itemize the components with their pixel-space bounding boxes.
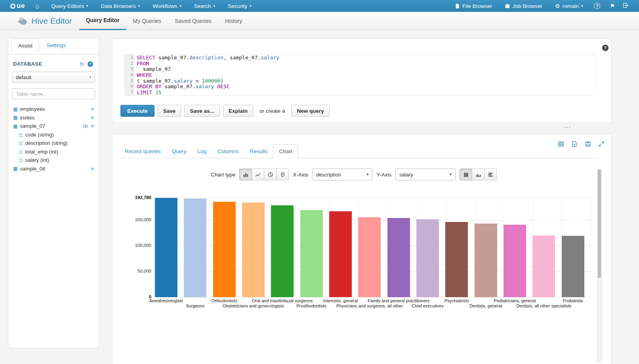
chart-type-line-button[interactable] [252, 169, 264, 180]
bars-stacked-button[interactable] [472, 169, 484, 180]
user-menu[interactable]: ⚙ romain ▾ [549, 0, 589, 12]
save-as-button[interactable]: Save as... [184, 105, 220, 117]
sql-token: sample_07. [162, 83, 196, 89]
chart-type-bars-button[interactable] [239, 169, 252, 180]
scrollbar-thumb[interactable] [598, 170, 601, 278]
help-icon[interactable]: ? [594, 3, 600, 9]
bar-psychiatrists[interactable] [445, 222, 468, 297]
new-query-button[interactable]: New query [291, 105, 329, 117]
file-browser-link[interactable]: File Browser [448, 0, 498, 12]
nav-menu-workflows[interactable]: Workflows▾ [146, 0, 188, 12]
list-icon[interactable]: ≡ [91, 166, 94, 171]
assist-help-icon[interactable]: ? [88, 61, 93, 67]
download-xls-icon[interactable] [558, 141, 564, 147]
bar-oral-and-maxillofacial-surgeons[interactable] [271, 205, 294, 297]
sign-out-icon[interactable] [623, 2, 629, 10]
sql-token: , sample_07. [223, 55, 261, 61]
bar-obstetricians-and-gynecologists[interactable] [242, 203, 265, 297]
column-row[interactable]: ◫description (string) [13, 139, 94, 148]
results-tab-recent-queries[interactable]: Recent queries [119, 145, 166, 158]
bars-grouped-button[interactable] [460, 169, 472, 180]
bar-orthodontists[interactable] [213, 202, 236, 297]
bar-prosthodontists[interactable] [300, 210, 323, 297]
tab-history[interactable]: History [218, 12, 249, 30]
editor-code[interactable]: SELECT sample_07.description, sample_07.… [135, 55, 595, 95]
or-create-text: or create a [259, 108, 285, 114]
bar-chief-executives[interactable] [416, 219, 439, 297]
bar-internists-general[interactable] [329, 211, 352, 298]
nav-menu-data-browsers[interactable]: Data Browsers▾ [94, 0, 146, 12]
table-icon: ▦ [13, 115, 17, 120]
home-icon[interactable]: ⌂ [35, 3, 39, 9]
column-row[interactable]: ◫code (string) [13, 131, 94, 139]
results-tab-query[interactable]: Query [166, 145, 192, 158]
bar-pediatricians-general[interactable] [504, 225, 526, 297]
chart-type-map-button[interactable] [276, 169, 289, 180]
results-tab-log[interactable]: Log [192, 145, 212, 158]
scrollbar[interactable] [597, 169, 602, 363]
bar-physicians-and-surgeons-all-other[interactable] [358, 217, 381, 297]
column-row[interactable]: ◫salary (int) [13, 156, 94, 165]
tab-assist[interactable]: Assist [11, 39, 39, 53]
nav-menu-query-editors[interactable]: Query Editors▾ [45, 0, 94, 12]
app-title[interactable]: Hive Editor [31, 16, 72, 26]
table-row[interactable]: ▦employees≡ [13, 105, 94, 114]
table-row[interactable]: ▦sample_07≡ [13, 122, 94, 131]
line-number: 7 [125, 90, 133, 96]
nav-menu-search[interactable]: Search▾ [188, 0, 221, 12]
map-marker-icon [280, 172, 286, 178]
bar-podiatrists[interactable] [562, 236, 584, 297]
bars-horizontal-button[interactable] [484, 169, 497, 180]
y-axis-select[interactable]: salary ▾ [395, 169, 456, 180]
tab-my-queries[interactable]: My Queries [126, 12, 168, 30]
panel-resize-grip[interactable]: ··· [564, 124, 571, 131]
flag-icon[interactable]: ⚑ [610, 3, 615, 9]
editor-help-icon[interactable]: ? [602, 45, 608, 51]
bar-dentists-general[interactable] [475, 224, 497, 297]
x-axis-label: Oral and maxillofacial surgeons [252, 298, 313, 303]
tab-settings[interactable]: Settings [41, 38, 71, 52]
save-results-icon[interactable] [585, 141, 591, 147]
bar-anesthesiologists[interactable] [155, 198, 177, 297]
x-axis-label: Prosthodontists [296, 303, 326, 308]
bar-surgeons[interactable] [184, 199, 206, 297]
download-csv-icon[interactable] [571, 141, 578, 147]
column-row[interactable]: ◫total_emp (int) [13, 148, 94, 156]
results-tab-columns[interactable]: Columns [212, 145, 244, 158]
table-row[interactable]: ▦sample_08≡ [13, 165, 94, 173]
bar-family-and-general-practitioners[interactable] [387, 218, 410, 297]
results-tab-chart[interactable]: Chart [273, 144, 298, 158]
hue-hive-editor-page: { "icons": { "home_glyph": "⌂", "gear_gl… [0, 0, 639, 364]
database-select[interactable]: default ▾ [12, 72, 95, 83]
nav-menu-security[interactable]: Security▾ [221, 0, 258, 12]
table-row[interactable]: ▦invites≡ [13, 114, 94, 122]
results-tab-results[interactable]: Results [244, 145, 273, 158]
chevron-down-icon: ▾ [450, 173, 452, 176]
tab-query-editor[interactable]: Query Editor [79, 12, 126, 30]
x-axis-select[interactable]: description ▾ [312, 169, 372, 180]
nav-menu-label: Data Browsers [101, 3, 136, 9]
eye-icon[interactable] [83, 123, 88, 129]
save-button[interactable]: Save [158, 105, 181, 117]
column-name: description (string) [25, 140, 67, 146]
bar-dentists-all-other-specialists[interactable] [532, 235, 555, 298]
explain-button[interactable]: Explain [223, 105, 253, 117]
table-filter-input[interactable] [12, 88, 95, 99]
app-tabs: Query EditorMy QueriesSaved QueriesHisto… [79, 12, 249, 30]
tab-saved-queries[interactable]: Saved Queries [168, 12, 218, 30]
bar-chart-icon [243, 172, 249, 178]
y-axis-tick-label: 150,000 [135, 217, 151, 222]
expand-icon[interactable] [598, 141, 605, 147]
list-icon[interactable]: ≡ [91, 115, 94, 120]
execute-button[interactable]: Execute [120, 105, 155, 117]
hue-logo[interactable]: ue [10, 2, 25, 10]
chart-type-pie-button[interactable] [264, 169, 277, 180]
list-icon[interactable]: ≡ [91, 123, 94, 129]
list-icon[interactable]: ≡ [91, 106, 94, 112]
sql-token: sample_07. [155, 55, 189, 61]
refresh-icon[interactable]: ↻ [80, 61, 84, 67]
job-browser-link[interactable]: Job Browser [498, 0, 549, 12]
chart-type-label: Chart type [211, 172, 235, 178]
sql-editor[interactable]: 1234567 SELECT sample_07.description, sa… [124, 54, 595, 96]
sql-token: WHERE [137, 72, 152, 78]
